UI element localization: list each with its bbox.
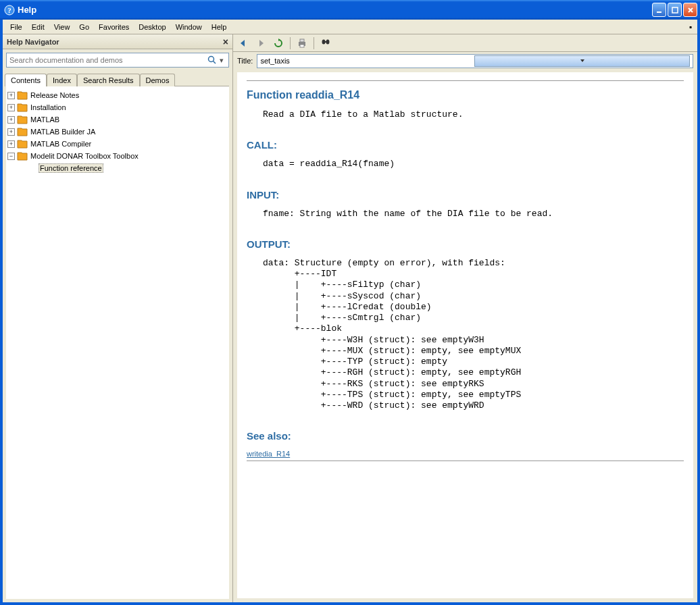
svg-rect-3 [672, 7, 678, 13]
book-icon [17, 151, 28, 161]
expand-icon[interactable]: + [7, 128, 15, 136]
search-icon[interactable] [207, 55, 218, 65]
help-app-icon: ? [4, 5, 15, 16]
svg-rect-7 [300, 39, 304, 42]
maximize-button[interactable] [668, 3, 682, 17]
menu-view[interactable]: View [49, 22, 75, 32]
tree-node[interactable]: + Release Notes [7, 89, 228, 101]
book-icon [17, 115, 28, 124]
svg-text:?: ? [7, 6, 11, 14]
tree-node[interactable]: Function reference [29, 162, 228, 174]
help-navigator-panel: Help Navigator × ▾ Contents Index Search… [3, 34, 233, 602]
book-icon [17, 90, 28, 100]
tree-label[interactable]: Release Notes [30, 91, 79, 99]
svg-point-10 [326, 39, 330, 44]
doc-call-heading: CALL: [247, 139, 684, 151]
expand-icon[interactable]: + [7, 140, 15, 148]
title-label: Title: [237, 57, 253, 65]
navigator-header: Help Navigator × [3, 34, 232, 49]
title-select-value: set_taxis [260, 57, 474, 65]
menu-overflow-icon[interactable]: ▪ [689, 22, 695, 32]
tree-node[interactable]: + MATLAB Compiler [7, 138, 228, 150]
menu-bar: File Edit View Go Favorites Desktop Wind… [3, 20, 697, 34]
menu-edit[interactable]: Edit [27, 22, 49, 32]
close-button[interactable] [683, 3, 697, 17]
forward-button[interactable] [253, 36, 268, 51]
navigator-close-icon[interactable]: × [223, 36, 228, 47]
expand-icon[interactable]: + [7, 104, 15, 111]
svg-rect-2 [657, 11, 661, 13]
svg-point-4 [209, 57, 214, 62]
navigator-tabs: Contents Index Search Results Demos [3, 71, 232, 86]
book-icon [17, 127, 28, 136]
menu-go[interactable]: Go [74, 22, 94, 32]
tree-label-selected[interactable]: Function reference [39, 163, 103, 173]
doc-output-text: data: Structure (empty on error), with f… [263, 258, 684, 412]
menu-favorites[interactable]: Favorites [94, 22, 134, 32]
expand-icon[interactable]: + [7, 92, 15, 99]
dropdown-icon[interactable] [474, 55, 690, 67]
navigator-title: Help Navigator [7, 38, 59, 46]
minimize-button[interactable] [652, 3, 666, 17]
tab-contents[interactable]: Contents [5, 74, 47, 86]
menu-window[interactable]: Window [171, 22, 207, 32]
tab-index[interactable]: Index [47, 74, 77, 86]
tree-label[interactable]: MATLAB Builder JA [30, 128, 95, 136]
seealso-link[interactable]: writedia_R14 [247, 450, 290, 458]
tree-label[interactable]: Installation [30, 103, 66, 111]
doc-output-heading: OUTPUT: [247, 238, 684, 250]
tab-demos[interactable]: Demos [140, 74, 176, 86]
svg-rect-8 [300, 45, 304, 47]
menu-file[interactable]: File [5, 22, 27, 32]
menu-desktop[interactable]: Desktop [134, 22, 170, 32]
title-row: Title: set_taxis [233, 52, 697, 70]
book-icon [17, 103, 28, 112]
window-titlebar: ? Help [0, 0, 700, 20]
tab-search-results[interactable]: Search Results [77, 74, 140, 86]
window-title: Help [18, 5, 652, 15]
content-toolbar [233, 34, 697, 52]
help-content-panel: Title: set_taxis Function readdia_R14 Re… [233, 34, 697, 602]
menu-help[interactable]: Help [207, 22, 232, 32]
tree-label[interactable]: MATLAB [30, 115, 59, 124]
tree-node[interactable]: + MATLAB [7, 113, 228, 126]
svg-line-5 [214, 61, 216, 64]
search-input[interactable] [9, 56, 207, 64]
tree-node[interactable]: + Installation [7, 101, 228, 113]
doc-input-heading: INPUT: [247, 189, 684, 201]
tree-node[interactable]: − Modelit DONAR Toolbox Toolbox [7, 150, 228, 162]
contents-tree[interactable]: + Release Notes + Installation + MATLAB … [6, 86, 229, 599]
svg-point-9 [322, 39, 326, 44]
expand-icon[interactable]: + [7, 116, 15, 124]
book-icon [17, 139, 28, 149]
title-select[interactable]: set_taxis [257, 54, 693, 68]
collapse-icon[interactable]: − [7, 153, 15, 160]
doc-call-code: data = readdia_R14(fname) [263, 159, 684, 169]
doc-description: Read a DIA file to a Matlab structure. [263, 109, 684, 120]
doc-content: Function readdia_R14 Read a DIA file to … [237, 72, 693, 598]
tree-node[interactable]: + MATLAB Builder JA [7, 126, 228, 138]
tree-label[interactable]: MATLAB Compiler [30, 140, 91, 148]
back-button[interactable] [236, 36, 251, 51]
find-button[interactable] [318, 36, 333, 51]
tree-label[interactable]: Modelit DONAR Toolbox Toolbox [30, 152, 139, 160]
refresh-button[interactable] [271, 36, 286, 51]
search-box[interactable]: ▾ [6, 53, 229, 68]
svg-rect-11 [325, 41, 326, 43]
print-button[interactable] [295, 36, 309, 51]
doc-function-heading: Function readdia_R14 [247, 89, 684, 101]
search-dropdown-icon[interactable]: ▾ [218, 56, 226, 65]
doc-seealso-heading: See also: [247, 430, 684, 442]
doc-input-text: fname: String with the name of the DIA f… [263, 209, 684, 219]
